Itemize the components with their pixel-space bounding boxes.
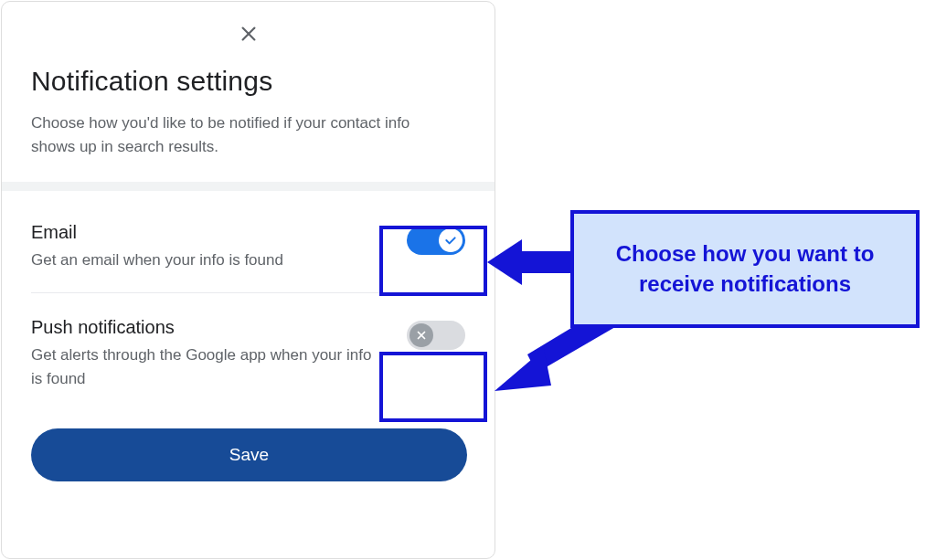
modal-title: Notification settings bbox=[31, 66, 465, 97]
modal-subtitle: Choose how you'd like to be notified if … bbox=[31, 111, 424, 160]
option-text: Email Get an email when your info is fou… bbox=[31, 222, 383, 272]
section-divider bbox=[2, 182, 495, 191]
annotation-box-push-toggle bbox=[379, 352, 487, 422]
option-text: Push notifications Get alerts through th… bbox=[31, 317, 383, 392]
option-title: Email bbox=[31, 222, 383, 243]
close-button[interactable] bbox=[235, 20, 262, 48]
annotation-callout-text: Choose how you want to receive notificat… bbox=[592, 239, 898, 299]
annotation-arrow-1 bbox=[487, 236, 574, 291]
save-button[interactable]: Save bbox=[31, 428, 467, 481]
option-description: Get an email when your info is found bbox=[31, 248, 383, 272]
svg-marker-7 bbox=[495, 349, 551, 391]
close-icon bbox=[239, 24, 259, 44]
svg-rect-4 bbox=[519, 251, 574, 273]
annotation-box-email-toggle bbox=[379, 226, 487, 296]
toggle-knob bbox=[410, 323, 433, 347]
option-description: Get alerts through the Google app when y… bbox=[31, 343, 383, 392]
x-icon bbox=[415, 329, 428, 342]
annotation-callout: Choose how you want to receive notificat… bbox=[570, 210, 920, 328]
close-row bbox=[2, 2, 495, 55]
toggle-wrap bbox=[394, 317, 465, 350]
option-title: Push notifications bbox=[31, 317, 383, 338]
push-toggle[interactable] bbox=[407, 321, 465, 350]
modal-header: Notification settings Choose how you'd l… bbox=[2, 55, 495, 182]
